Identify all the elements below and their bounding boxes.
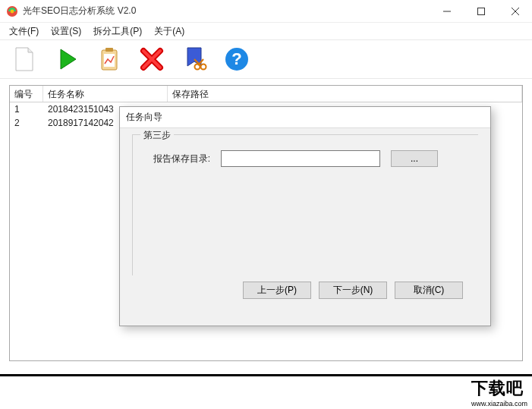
task-wizard-dialog: 任务向导 第三步 报告保存目录: ... 上一步(P) 下一步(N) 取消(C) xyxy=(119,106,491,326)
save-dir-input[interactable] xyxy=(221,150,380,167)
clipboard-stats-icon[interactable] xyxy=(94,44,124,74)
col-task-name[interactable]: 任务名称 xyxy=(43,86,168,102)
new-file-icon[interactable] xyxy=(9,44,39,74)
close-button[interactable] xyxy=(498,0,532,23)
menu-split-tools[interactable]: 拆分工具(P) xyxy=(90,24,145,39)
menu-file[interactable]: 文件(F) xyxy=(6,24,42,39)
menu-about[interactable]: 关于(A) xyxy=(151,24,187,39)
minimize-button[interactable] xyxy=(430,0,464,23)
watermark-text: 下载吧 xyxy=(471,379,524,398)
table-header: 编号 任务名称 保存路径 xyxy=(10,86,522,102)
delete-x-icon[interactable] xyxy=(137,44,167,74)
maximize-button[interactable] xyxy=(464,0,498,23)
svg-point-1 xyxy=(11,9,14,13)
browse-button[interactable]: ... xyxy=(391,150,438,167)
toolbar: ? xyxy=(0,39,532,79)
footer-edge xyxy=(0,374,532,409)
step-fieldset: 第三步 报告保存目录: ... xyxy=(132,134,478,275)
window-title: 光年SEO日志分析系统 V2.0 xyxy=(23,5,430,17)
next-button[interactable]: 下一步(N) xyxy=(319,282,387,299)
svg-text:?: ? xyxy=(231,49,241,68)
menu-bar: 文件(F) 设置(S) 拆分工具(P) 关于(A) xyxy=(0,23,532,39)
col-id[interactable]: 编号 xyxy=(10,86,43,102)
menu-settings[interactable]: 设置(S) xyxy=(48,24,84,39)
help-icon[interactable]: ? xyxy=(222,44,252,74)
dialog-title: 任务向导 xyxy=(120,107,490,128)
play-icon[interactable] xyxy=(52,44,82,74)
watermark: 下载吧 www.xiazaiba.com xyxy=(471,377,527,407)
cancel-button[interactable]: 取消(C) xyxy=(395,282,463,299)
cell-id: 2 xyxy=(10,118,43,128)
col-save-path[interactable]: 保存路径 xyxy=(168,86,522,102)
svg-point-10 xyxy=(201,64,206,70)
step-legend: 第三步 xyxy=(140,129,174,142)
watermark-site: www.xiazaiba.com xyxy=(471,400,527,407)
cut-bookmark-icon[interactable] xyxy=(179,44,209,74)
prev-button[interactable]: 上一步(P) xyxy=(243,282,311,299)
save-dir-label: 报告保存目录: xyxy=(145,153,210,165)
title-bar: 光年SEO日志分析系统 V2.0 xyxy=(0,0,532,23)
app-icon xyxy=(6,5,18,17)
svg-rect-3 xyxy=(477,8,484,14)
cell-id: 1 xyxy=(10,104,43,115)
svg-rect-7 xyxy=(105,48,113,52)
